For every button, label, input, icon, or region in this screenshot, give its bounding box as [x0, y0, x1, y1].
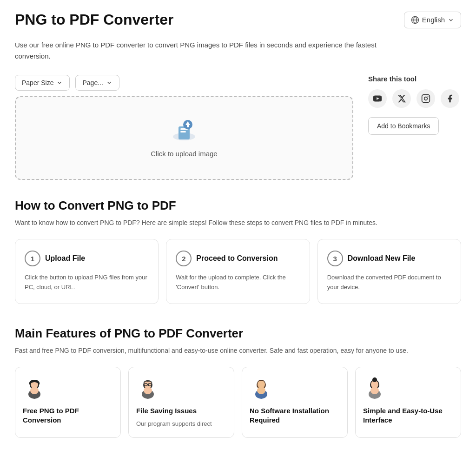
upload-dropzone[interactable]: Click to upload image	[15, 96, 353, 180]
feature-avatar-2	[136, 377, 159, 400]
step-header-3: 3 Download New File	[327, 251, 451, 266]
step-num-1: 1	[25, 251, 40, 266]
globe-icon	[411, 16, 419, 24]
svg-point-30	[372, 377, 377, 382]
feature-title-1: Free PNG to PDF Conversion	[23, 406, 113, 424]
features-description: Fast and free PNG to PDF conversion, mul…	[15, 345, 461, 356]
step-title-3: Download New File	[348, 254, 416, 263]
svg-point-32	[370, 387, 379, 394]
feature-avatar-4	[363, 377, 386, 400]
chevron-down-icon	[106, 79, 112, 86]
svg-rect-10	[422, 95, 430, 103]
feature-card-1: Free PNG to PDF Conversion	[15, 367, 121, 438]
svg-point-16	[30, 387, 39, 394]
facebook-icon[interactable]	[441, 89, 459, 108]
svg-rect-9	[187, 125, 189, 127]
page-title: PNG to PDF Converter	[15, 11, 173, 28]
step-card-2: 2 Proceed to Conversion Wait for the upl…	[166, 239, 310, 304]
share-label: Share this tool	[368, 75, 461, 83]
step-card-3: 3 Download New File Download the convert…	[317, 239, 461, 304]
feature-desc-2: Our program supports direct	[136, 419, 226, 429]
twitter-x-icon[interactable]	[392, 89, 411, 108]
svg-point-11	[424, 97, 428, 100]
feature-card-3: No Software Installation Required	[242, 367, 348, 438]
header: PNG to PDF Converter English	[15, 11, 461, 28]
step-body-2: Wait for the upload to complete. Click t…	[176, 273, 300, 292]
features-grid: Free PNG to PDF Conversion File Savi	[15, 367, 461, 438]
chevron-down-icon	[56, 79, 63, 86]
page-dropdown[interactable]: Page...	[75, 75, 119, 91]
page-description: Use our free online PNG to PDF converter…	[15, 40, 387, 62]
steps-grid: 1 Upload File Click the button to upload…	[15, 239, 461, 304]
features-title: Main Features of PNG to PDF Converter	[15, 326, 461, 341]
upload-section: Paper Size Page...	[15, 75, 353, 180]
how-to-title: How to Convert PNG to PDF	[15, 198, 461, 213]
svg-point-27	[257, 387, 265, 394]
svg-point-23	[144, 387, 152, 394]
chevron-down-icon	[448, 17, 454, 23]
step-body-3: Download the converted PDF document to y…	[327, 273, 451, 292]
svg-point-12	[428, 96, 429, 97]
step-header-1: 1 Upload File	[25, 251, 149, 266]
paper-size-dropdown[interactable]: Paper Size	[15, 75, 70, 91]
feature-title-4: Simple and Easy-to-Use Interface	[363, 406, 453, 424]
step-body-1: Click the button to upload PNG files fro…	[25, 273, 149, 292]
paper-size-label: Paper Size	[22, 79, 53, 86]
step-card-1: 1 Upload File Click the button to upload…	[15, 239, 159, 304]
how-to-description: Want to know how to convert PNG to PDF? …	[15, 218, 461, 228]
upload-text: Click to upload image	[151, 150, 217, 158]
language-selector[interactable]: English	[404, 12, 461, 28]
step-num-2: 2	[176, 251, 192, 266]
upload-icon	[171, 119, 197, 144]
feature-title-2: File Saving Issues	[136, 406, 226, 416]
dropdowns: Paper Size Page...	[15, 75, 353, 91]
step-header-2: 2 Proceed to Conversion	[176, 251, 300, 266]
youtube-icon[interactable]	[368, 89, 387, 108]
feature-card-2: File Saving Issues Our program supports …	[128, 367, 234, 438]
tool-area: Paper Size Page...	[15, 75, 461, 180]
bookmark-button[interactable]: Add to Bookmarks	[368, 117, 439, 135]
feature-avatar-1	[23, 377, 46, 400]
how-to-section: How to Convert PNG to PDF Want to know h…	[15, 198, 461, 304]
feature-title-3: No Software Installation Required	[250, 406, 340, 424]
social-icons	[368, 89, 461, 108]
page-label: Page...	[82, 79, 103, 86]
features-section: Main Features of PNG to PDF Converter Fa…	[15, 326, 461, 438]
step-title-2: Proceed to Conversion	[196, 254, 278, 263]
language-label: English	[422, 16, 445, 24]
svg-rect-6	[180, 131, 186, 132]
sidebar: Share this tool	[368, 75, 461, 135]
step-num-3: 3	[327, 251, 343, 266]
feature-avatar-3	[250, 377, 273, 400]
step-title-1: Upload File	[45, 254, 85, 263]
feature-card-4: Simple and Easy-to-Use Interface	[355, 367, 461, 438]
instagram-icon[interactable]	[416, 89, 435, 108]
